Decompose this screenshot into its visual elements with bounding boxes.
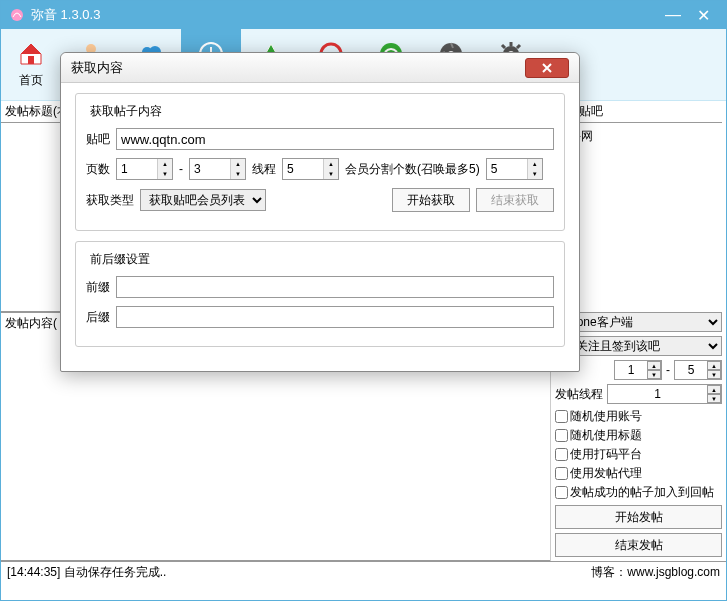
- status-bar: [14:44:35] 自动保存任务完成.. 博客：www.jsgblog.com: [1, 561, 726, 583]
- tieba-input[interactable]: [116, 128, 554, 150]
- check-add-reply[interactable]: 发帖成功的帖子加入到回帖: [555, 484, 714, 501]
- close-icon: [541, 63, 553, 73]
- type-select[interactable]: 获取贴吧会员列表: [140, 189, 266, 211]
- toolbar-label: 首页: [19, 72, 43, 89]
- svg-rect-1: [28, 56, 34, 64]
- spin-down-icon[interactable]: ▼: [324, 169, 338, 179]
- dialog-titlebar: 获取内容: [61, 53, 579, 83]
- minimize-button[interactable]: —: [658, 6, 688, 24]
- start-fetch-button[interactable]: 开始获取: [392, 188, 470, 212]
- fetch-content-group: 获取帖子内容 贴吧 页数 ▲▼ - ▲▼ 线程 ▲▼ 会员分割个数(召唤最多5)…: [75, 93, 565, 231]
- window-title: 弥音 1.3.0.3: [31, 6, 658, 24]
- pages-from-input[interactable]: ▲▼: [116, 158, 173, 180]
- stop-post-button[interactable]: 结束发帖: [555, 533, 722, 557]
- spin-up-icon[interactable]: ▲: [707, 385, 721, 394]
- thread-label: 线程: [252, 161, 276, 178]
- options-checks: 随机使用账号 随机使用标题 使用打码平台 使用发帖代理 发帖成功的帖子加入到回帖: [555, 408, 722, 501]
- group-title: 获取帖子内容: [86, 103, 166, 120]
- app-logo-icon: [9, 7, 25, 23]
- type-label: 获取类型: [86, 192, 134, 209]
- spin-up-icon[interactable]: ▲: [647, 361, 661, 370]
- close-button[interactable]: ✕: [688, 6, 718, 25]
- thread-label: 发帖线程: [555, 386, 603, 403]
- suffix-label: 后缀: [86, 309, 110, 326]
- fetch-content-dialog: 获取内容 获取帖子内容 贴吧 页数 ▲▼ - ▲▼ 线程 ▲▼ 会员分割个数(召…: [60, 52, 580, 372]
- prefix-input[interactable]: [116, 276, 554, 298]
- dialog-close-button[interactable]: [525, 58, 569, 78]
- thread-input[interactable]: ▲▼: [607, 384, 722, 404]
- home-icon: [17, 40, 45, 68]
- target-bar-label: 目标贴吧: [555, 101, 722, 123]
- group-title: 前后缀设置: [86, 251, 154, 268]
- action-select[interactable]: 关注且签到该吧: [571, 336, 722, 356]
- spin-up-icon[interactable]: ▲: [158, 159, 172, 169]
- spin-down-icon[interactable]: ▼: [647, 370, 661, 379]
- pages-to-input[interactable]: ▲▼: [189, 158, 246, 180]
- spin-down-icon[interactable]: ▼: [707, 370, 721, 379]
- status-blog-link[interactable]: 博客：www.jsgblog.com: [591, 564, 720, 581]
- tieba-label: 贴吧: [86, 131, 110, 148]
- spin-down-icon[interactable]: ▼: [158, 169, 172, 179]
- check-use-proxy[interactable]: 使用发帖代理: [555, 465, 642, 482]
- prefix-suffix-group: 前后缀设置 前缀 后缀: [75, 241, 565, 347]
- spin-up-icon[interactable]: ▲: [707, 361, 721, 370]
- dialog-body: 获取帖子内容 贴吧 页数 ▲▼ - ▲▼ 线程 ▲▼ 会员分割个数(召唤最多5)…: [61, 83, 579, 371]
- toolbar-home[interactable]: 首页: [1, 29, 61, 100]
- client-select[interactable]: Iphone客户端: [555, 312, 722, 332]
- right-controls: Iphone客户端 作 关注且签到该吧 ▲▼ - ▲▼ 发帖线程 ▲▼ 随机使用…: [555, 308, 722, 561]
- spin-up-icon[interactable]: ▲: [324, 159, 338, 169]
- range-to-input[interactable]: ▲▼: [674, 360, 722, 380]
- range-from-input[interactable]: ▲▼: [614, 360, 662, 380]
- prefix-label: 前缀: [86, 279, 110, 296]
- thread-input[interactable]: ▲▼: [282, 158, 339, 180]
- spin-up-icon[interactable]: ▲: [528, 159, 542, 169]
- spin-down-icon[interactable]: ▼: [707, 394, 721, 403]
- spin-down-icon[interactable]: ▼: [231, 169, 245, 179]
- check-use-dama[interactable]: 使用打码平台: [555, 446, 642, 463]
- split-input[interactable]: ▲▼: [486, 158, 543, 180]
- split-label: 会员分割个数(召唤最多5): [345, 161, 480, 178]
- start-post-button[interactable]: 开始发帖: [555, 505, 722, 529]
- spin-up-icon[interactable]: ▲: [231, 159, 245, 169]
- status-message: [14:44:35] 自动保存任务完成..: [7, 564, 591, 581]
- list-item[interactable]: 腾牛网: [555, 127, 722, 146]
- window-titlebar: 弥音 1.3.0.3 — ✕: [1, 1, 726, 29]
- check-rand-account[interactable]: 随机使用账号: [555, 408, 642, 425]
- spin-down-icon[interactable]: ▼: [528, 169, 542, 179]
- svg-point-0: [11, 9, 23, 21]
- stop-fetch-button[interactable]: 结束获取: [476, 188, 554, 212]
- pages-label: 页数: [86, 161, 110, 178]
- check-rand-title[interactable]: 随机使用标题: [555, 427, 642, 444]
- suffix-input[interactable]: [116, 306, 554, 328]
- target-bar-list[interactable]: 腾牛网: [555, 123, 722, 308]
- dialog-title: 获取内容: [71, 59, 525, 77]
